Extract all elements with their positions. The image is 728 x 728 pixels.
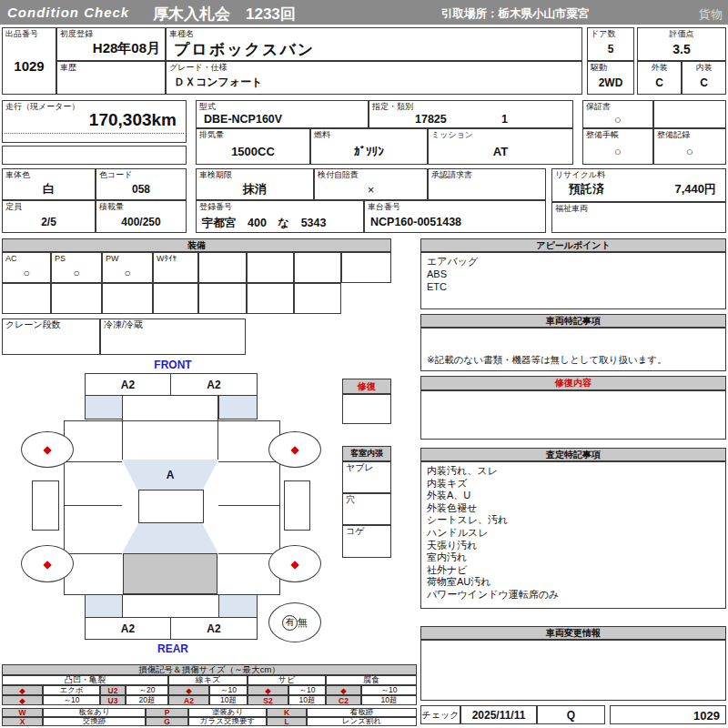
appraisal-item: ハンドルスレ (427, 527, 720, 540)
left-mirror-panel (32, 480, 59, 531)
exterior-grade-value: C (638, 72, 681, 94)
registration-number-box: 登録番号 宇都宮 400 な 5343 (196, 200, 364, 233)
windshield-panel: A (122, 460, 218, 490)
equipment-cell (102, 283, 153, 314)
equipment-cell-ps: PS○ (51, 252, 102, 283)
doors-value: 5 (588, 38, 633, 60)
legend-cell: ～10 (288, 685, 326, 695)
body-line (64, 461, 122, 462)
body-line (64, 420, 280, 421)
legend-group-scratch: 線キズ (168, 675, 248, 685)
front-bumper-right: A2 (170, 373, 258, 396)
change-info-content (421, 641, 725, 644)
legend-code: L (267, 717, 307, 726)
front-corner-right (218, 395, 258, 420)
history-value (57, 73, 165, 75)
welfare-vehicle-box: 福祉車両 (551, 202, 726, 233)
spare-tire-indicator: 有 無 (268, 602, 321, 642)
appraisal-item: 内装キズ (427, 478, 720, 490)
check-date: 2025/11/11 (460, 705, 537, 724)
vehicle-category: 貨物 (699, 6, 723, 23)
rear-left-wheel: ◆ (21, 545, 74, 582)
damage-mark-icon: ◆ (290, 558, 298, 571)
class-designation-label: 指定・類別 (369, 101, 572, 112)
equipment-cell-wtire: Wﾀｲﾔ (153, 252, 198, 283)
front-corner-left (85, 395, 123, 420)
maintenance-book-value: ○ (583, 139, 652, 164)
model-name-value: プロボックスバン (174, 39, 315, 60)
chassis-number-label: 車台番号 (365, 201, 545, 212)
chassis-number-value: NCP160-0051438 (370, 216, 461, 228)
equipment-cell (294, 252, 341, 283)
load-capacity-value: 400/250 (96, 211, 186, 232)
appeal-points-box: エアバッグ ABS ETC (420, 252, 726, 309)
legend-cell: 20超 (126, 695, 168, 705)
equipment-title: 装備 (2, 238, 391, 252)
legend-cell: ～10 (361, 685, 417, 695)
legend-cell: ～10 (209, 685, 248, 695)
front-right-wheel: ◆ (268, 431, 321, 468)
model-name-box: 車種名 プロボックスバン (166, 27, 582, 61)
fridge-freezer-label: 冷凍/冷蔵 (101, 319, 245, 330)
interior-grade-box: 内装 C (682, 61, 726, 95)
change-info-box (420, 640, 726, 701)
legend-code-desc: 板金あり (43, 708, 146, 717)
mileage-value: 170,303km (5, 110, 184, 134)
appraisal-item: シートスレ、汚れ (427, 514, 720, 527)
equipment-value: ○ (52, 263, 101, 282)
approval-request-label: 承認請求書 (429, 169, 545, 180)
class-designation-value1: 17825 (415, 113, 447, 126)
fuel-value: ｶﾞｿﾘﾝ (311, 139, 427, 164)
color-code-box: 色コード 058 (96, 168, 187, 200)
interior-grade-value: C (682, 72, 725, 94)
recycle-status: 預託済 (569, 181, 604, 197)
check-label: チェック (420, 705, 460, 724)
cabin-lining-burn-box: コゲ (342, 525, 391, 558)
legend-cell: U2 (100, 685, 126, 695)
approval-request-box: 承認請求書 (428, 168, 546, 200)
legend-code: K (267, 708, 307, 717)
appraisal-item: 外装色褪せ (427, 502, 720, 515)
legend-cell: U3 (100, 695, 126, 705)
check-inspector: Q (537, 705, 605, 724)
legend-code-desc: ガラス交換要す (188, 717, 267, 726)
rear-corner-left (85, 594, 123, 618)
body-line (218, 553, 279, 554)
grade-box: グレード・仕様 ＤＸコンフォート (166, 61, 582, 95)
capacity-value: 2/5 (3, 211, 95, 232)
legend-cell: ◆ (168, 685, 209, 695)
welfare-vehicle-label: 福祉車両 (552, 203, 725, 214)
capacity-box: 定員 2/5 (2, 200, 96, 233)
front-bumper-left: A2 (85, 373, 171, 396)
legend-cell: ◆ (248, 685, 288, 695)
recycle-fee-value: 7,440円 (674, 181, 716, 197)
score-value: 3.5 (638, 38, 725, 60)
model-code-value: DBE-NCP160V (204, 113, 282, 126)
legend-code: G (146, 717, 188, 726)
legend-code-desc: 塗装あり (188, 708, 267, 717)
appeal-item: エアバッグ (427, 255, 720, 268)
score-box: 評価点 3.5 (637, 27, 726, 61)
class-designation-box: 指定・類別 17825 1 (369, 100, 573, 128)
vehicle-notes-box: ※記載のない書類・機器等は無しとして取り扱います。 (420, 328, 726, 371)
model-code-label: 型式 (197, 101, 368, 112)
legend-cell: ～20 (126, 685, 168, 695)
legend-group-dent: 凸凹・亀裂 (2, 675, 168, 685)
damage-mark-icon: ◆ (43, 558, 51, 571)
mileage-box: 走行（現メーター） 170,303km (2, 100, 187, 143)
auction-condition-sheet: Condition Check 厚木入札会 1233回 引取場所：栃木県小山市粟… (0, 0, 728, 728)
appraisal-notes-title: 査定特記事項 (420, 448, 726, 461)
appeal-item: ABS (427, 268, 720, 280)
cabin-lining-row-label: ヤブレ (343, 462, 390, 473)
legend-group-corrosion: 腐食 (326, 675, 417, 685)
change-info-title: 車両変更情報 (420, 626, 726, 640)
legend-cell: 10超 (361, 695, 417, 705)
body-color-box: 車体色 白 (2, 168, 96, 200)
recycle-fee-box: リサイクル料 預託済 7,440円 (551, 168, 726, 202)
drive-value: 2WD (588, 72, 633, 94)
diagram-front-label: FRONT (136, 359, 209, 371)
crane-stages-box: クレーン段数 (2, 318, 100, 355)
inspection-expiry-box: 車検期限 抹消 (196, 168, 314, 200)
equipment-cell (2, 283, 51, 314)
equipment-cell (51, 283, 102, 314)
